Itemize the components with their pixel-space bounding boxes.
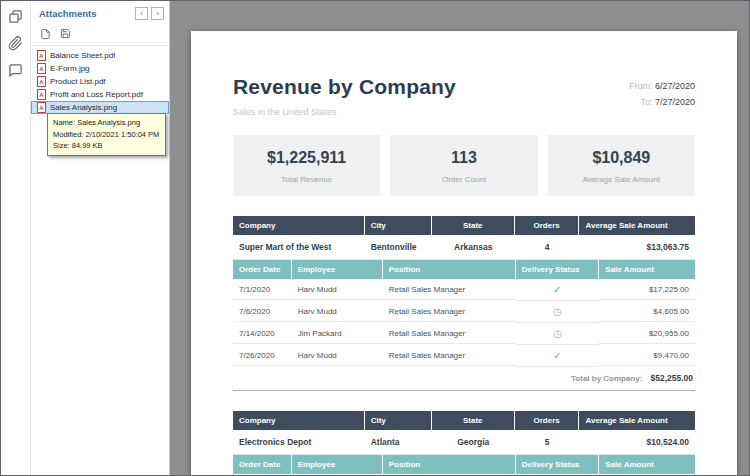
attachment-name: E-Form.jpg [50, 64, 90, 73]
col-header-order-date: Order Date [233, 455, 292, 474]
attachment-tooltip: Name: Sales Analysis.png Modified: 2/10/… [47, 113, 166, 156]
to-label: To: [640, 97, 652, 107]
total-label: Total by Company: [571, 374, 642, 383]
tooltip-modified: Modified: 2/10/2021 1:50:04 PM [53, 129, 160, 141]
order-header-row: Order Date Employee Position Delivery St… [233, 455, 695, 474]
report-viewer-window: Attachments ‹ › A Balance Sheet.pdf A E-… [0, 0, 750, 476]
state-cell: Arkansas [432, 235, 515, 260]
save-attachment-icon[interactable] [59, 27, 72, 40]
collapse-panel-button[interactable]: ‹ [135, 7, 148, 20]
order-date-cell: 7/6/2020 [233, 302, 292, 322]
company-cell: Electronics Depot [233, 430, 365, 455]
delivery-status-icon [553, 286, 561, 295]
attachment-name: Profit and Loss Report.pdf [50, 90, 143, 99]
expand-panel-button[interactable]: › [151, 7, 164, 20]
company-header-row: Company City State Orders Average Sale A… [233, 411, 695, 430]
attachment-list: A Balance Sheet.pdf A E-Form.jpg A Produ… [31, 46, 169, 114]
col-header-avg-sale: Average Sale Amount [579, 411, 695, 430]
stat-value: $1,225,911 [233, 149, 380, 167]
sale-amount-cell: $17,225.00 [599, 280, 695, 300]
employee-cell: Jim Packard [292, 324, 383, 344]
attachments-toolbar [31, 24, 169, 46]
col-header-city: City [365, 411, 432, 430]
attachments-panel: Attachments ‹ › A Balance Sheet.pdf A E-… [31, 1, 170, 475]
order-row: 7/14/2020 Jim Packard Retail Sales Manag… [233, 323, 695, 345]
city-cell: Bentonville [365, 235, 432, 260]
stat-average-sale: $10,849 Average Sale Amount [548, 135, 695, 196]
attachment-item[interactable]: A E-Form.jpg [31, 62, 169, 75]
company-header-row: Company City State Orders Average Sale A… [233, 216, 695, 235]
summary-cards: $1,225,911 Total Revenue 113 Order Count… [233, 135, 695, 196]
total-value: $52,255.00 [650, 373, 693, 383]
col-header-position: Position [383, 455, 516, 474]
employee-cell: Harv Mudd [292, 346, 383, 366]
attachment-name: Balance Sheet.pdf [50, 51, 115, 60]
image-file-icon: A [37, 102, 46, 113]
stat-order-count: 113 Order Count [390, 135, 537, 196]
col-header-city: City [365, 216, 432, 235]
order-header-row: Order Date Employee Position Delivery St… [233, 260, 695, 279]
company-group-1: Company City State Orders Average Sale A… [233, 216, 695, 391]
stat-label: Order Count [390, 175, 537, 184]
document-area: Revenue by Company Sales in the United S… [170, 1, 749, 475]
col-header-company: Company [233, 411, 365, 430]
employee-cell: Harv Mudd [292, 280, 383, 300]
delivery-status-icon [553, 308, 562, 317]
company-group-2: Company City State Orders Average Sale A… [233, 411, 695, 475]
date-range: From: 6/27/2020 To: 7/27/2020 [629, 75, 695, 117]
position-cell: Retail Sales Manager [383, 324, 516, 344]
company-cell: Super Mart of the West [233, 235, 365, 260]
comment-icon[interactable] [8, 62, 24, 78]
state-cell: Georgia [432, 430, 515, 455]
company-row: Super Mart of the West Bentonville Arkan… [233, 235, 695, 260]
pages-icon[interactable] [8, 8, 24, 24]
delivery-status-icon [553, 352, 561, 361]
orders-cell: 4 [515, 235, 580, 260]
attachment-name: Sales Analysis.png [50, 103, 117, 112]
col-header-state: State [432, 216, 515, 235]
col-header-employee: Employee [292, 260, 383, 279]
pdf-file-icon: A [37, 50, 46, 61]
order-row: 7/6/2020 Harv Mudd Retail Sales Manager … [233, 301, 695, 323]
image-file-icon: A [37, 63, 46, 74]
col-header-orders: Orders [515, 216, 580, 235]
col-header-position: Position [383, 260, 516, 279]
avg-sale-cell: $13,063.75 [579, 235, 695, 260]
position-cell: Retail Sales Manager [383, 280, 516, 300]
order-date-cell: 7/14/2020 [233, 324, 292, 344]
stat-label: Total Revenue [233, 175, 380, 184]
pdf-file-icon: A [37, 76, 46, 87]
from-value: 6/27/2020 [655, 81, 695, 91]
open-attachment-icon[interactable] [39, 27, 52, 40]
paperclip-icon[interactable] [8, 35, 24, 51]
stat-label: Average Sale Amount [548, 175, 695, 184]
col-header-sale-amount: Sale Amount [599, 260, 695, 279]
order-row: 6/29/2020 Harv Mudd Retail Sales Manager… [233, 474, 695, 475]
orders-cell: 5 [515, 430, 580, 455]
stat-value: 113 [390, 149, 537, 167]
position-cell: Retail Sales Manager [383, 346, 516, 366]
employee-cell: Harv Mudd [292, 302, 383, 322]
position-cell: Retail Sales Manager [383, 302, 516, 322]
stat-total-revenue: $1,225,911 Total Revenue [233, 135, 380, 196]
sale-amount-cell: $9,470.00 [599, 346, 695, 366]
side-toolbar [1, 1, 31, 475]
sale-amount-cell: $20,955.00 [599, 324, 695, 344]
to-value: 7/27/2020 [655, 97, 695, 107]
group-total-row: Total by Company: $52,255.00 [233, 367, 695, 391]
col-header-state: State [432, 411, 515, 430]
delivery-status-icon [553, 330, 562, 339]
col-header-avg-sale: Average Sale Amount [579, 216, 695, 235]
attachment-item[interactable]: A Profit and Loss Report.pdf [31, 88, 169, 101]
stat-value: $10,849 [548, 149, 695, 167]
tooltip-size: Size: 84.99 KB [53, 140, 160, 152]
attachment-item[interactable]: A Balance Sheet.pdf [31, 49, 169, 62]
col-header-company: Company [233, 216, 365, 235]
attachment-name: Product List.pdf [50, 77, 106, 86]
city-cell: Atlanta [365, 430, 432, 455]
report-header: Revenue by Company Sales in the United S… [233, 75, 695, 117]
attachment-item[interactable]: A Product List.pdf [31, 75, 169, 88]
attachments-header: Attachments ‹ › [31, 1, 169, 24]
order-date-cell: 7/1/2020 [233, 280, 292, 300]
avg-sale-cell: $10,524.00 [579, 430, 695, 455]
